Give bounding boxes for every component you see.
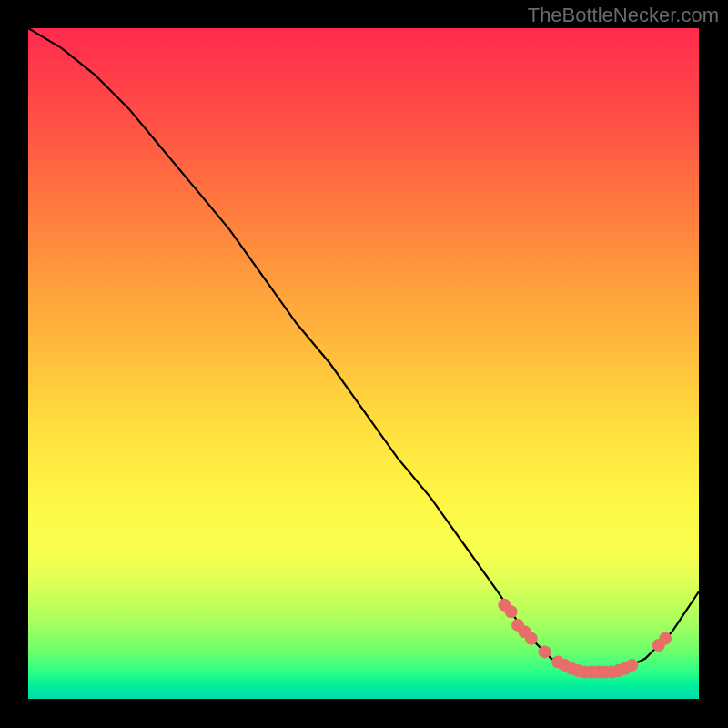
highlight-marker bbox=[505, 605, 518, 618]
chart-container: TheBottleNecker.com bbox=[0, 0, 728, 728]
marker-group bbox=[498, 599, 672, 679]
plot-area bbox=[28, 28, 699, 699]
highlight-marker bbox=[539, 645, 551, 658]
highlight-marker bbox=[625, 659, 638, 672]
bottleneck-curve-path bbox=[28, 28, 699, 672]
highlight-marker bbox=[659, 632, 672, 645]
highlight-marker bbox=[525, 632, 538, 645]
curve-svg bbox=[28, 28, 699, 699]
watermark-text: TheBottleNecker.com bbox=[528, 4, 719, 27]
